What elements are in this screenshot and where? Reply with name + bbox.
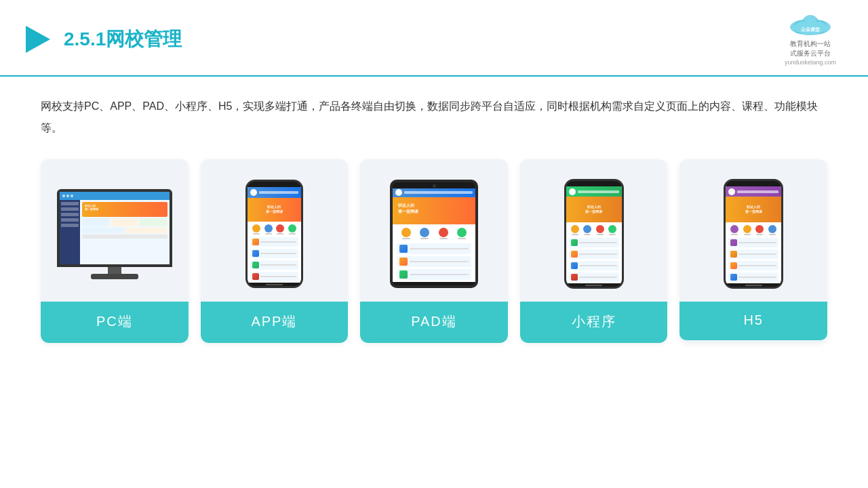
h5-image-area: 职达人的第一堂网课 <box>679 159 827 302</box>
h5-label: H5 <box>679 302 827 340</box>
logo-area: 云朵课堂 教育机构一站式服务云平台 yunduoketang.com <box>780 12 841 66</box>
logo-icon: 云朵课堂 <box>780 12 841 38</box>
miniprogram-phone-mockup: 职达人的第一堂网课 <box>564 179 624 289</box>
section-number: 2.5.1 <box>64 28 106 49</box>
title-text: 网校管理 <box>106 28 182 49</box>
cards-row: 职达人的第一堂网课 <box>41 159 827 343</box>
description-text: 网校支持PC、APP、PAD、小程序、H5，实现多端打通，产品各终端自由切换，数… <box>41 96 827 139</box>
play-icon <box>20 23 53 56</box>
app-label: APP端 <box>201 302 349 343</box>
main-content: 网校支持PC、APP、PAD、小程序、H5，实现多端打通，产品各终端自由切换，数… <box>0 77 868 357</box>
page-title: 2.5.1网校管理 <box>64 26 182 52</box>
pc-card: 职达人的第一堂网课 <box>41 159 189 343</box>
h5-card: 职达人的第一堂网课 <box>679 159 827 343</box>
pad-card: 职达人的第一堂网课 <box>360 159 508 343</box>
pc-label: PC端 <box>41 302 189 343</box>
app-card: 职达人的第一堂网课 <box>201 159 349 343</box>
svg-marker-0 <box>26 26 50 53</box>
logo-url: yunduoketang.com <box>785 59 836 66</box>
header-left: 2.5.1网校管理 <box>20 23 182 56</box>
logo-tagline: 教育机构一站式服务云平台 <box>790 39 831 58</box>
svg-text:云朵课堂: 云朵课堂 <box>801 26 821 33</box>
app-phone-mockup: 职达人的第一堂网课 <box>245 180 303 288</box>
pad-label: PAD端 <box>360 302 508 343</box>
pad-mockup: 职达人的第一堂网课 <box>390 180 478 288</box>
miniprogram-label: 小程序 <box>520 302 668 343</box>
pad-image-area: 职达人的第一堂网课 <box>360 159 508 302</box>
app-image-area: 职达人的第一堂网课 <box>201 159 349 302</box>
miniprogram-card: 职达人的第一堂网课 <box>520 159 668 343</box>
page-header: 2.5.1网校管理 云朵课堂 教育机构一站式服务云平台 yunduoketang… <box>0 0 868 77</box>
pc-mockup: 职达人的第一堂网课 <box>52 189 177 279</box>
h5-phone-mockup: 职达人的第一堂网课 <box>724 179 783 289</box>
miniprogram-image-area: 职达人的第一堂网课 <box>520 159 668 302</box>
pc-image-area: 职达人的第一堂网课 <box>41 159 189 302</box>
